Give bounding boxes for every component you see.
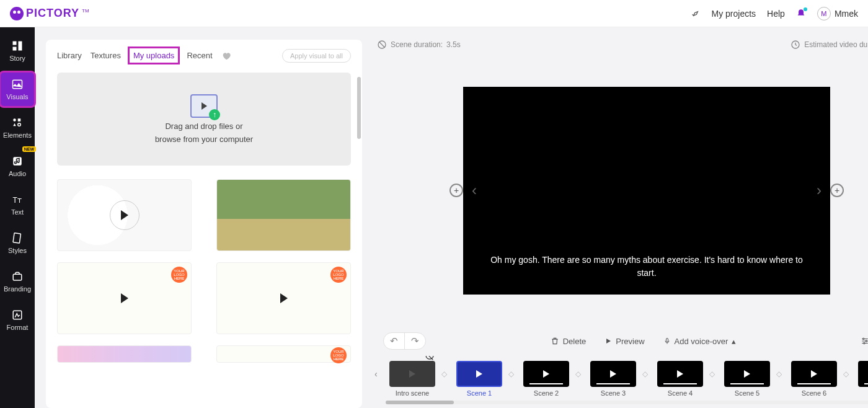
upload-thumbnail[interactable] <box>216 179 351 251</box>
prohibit-icon <box>377 40 387 50</box>
upload-thumbnail[interactable] <box>57 179 192 251</box>
logo[interactable]: PICTORY TM <box>10 7 89 20</box>
sidebar-item-text[interactable]: Tᴛ Text <box>0 187 35 222</box>
svg-point-4 <box>13 118 16 122</box>
sidebar-item-branding[interactable]: Branding <box>0 264 35 299</box>
upload-thumbnail[interactable]: YOUR LOGO HERE <box>216 345 351 363</box>
sidebar-item-story[interactable]: Story <box>0 33 35 68</box>
scene-item-6[interactable]: Scene 6 <box>791 361 837 397</box>
user-menu[interactable]: M Mmek <box>817 7 858 20</box>
elements-icon <box>11 117 24 129</box>
visuals-tabs: Library Textures My uploads Recent Apply… <box>46 48 362 69</box>
format-icon <box>11 309 24 321</box>
scene-label: Intro scene <box>396 389 429 397</box>
transition-icon[interactable]: ◇ <box>642 370 651 378</box>
scene-thumbnail <box>657 361 703 387</box>
upload-text-2: browse from your computer <box>155 135 253 144</box>
header-right: My projects Help M Mmek <box>691 7 859 20</box>
chevron-left-icon[interactable]: ‹ <box>466 175 483 205</box>
timeline-prev-button[interactable]: ‹ <box>374 369 383 379</box>
logo-badge: YOUR LOGO HERE <box>330 267 347 283</box>
scene-thumbnail <box>456 361 502 387</box>
sidebar-item-label: Branding <box>4 285 31 293</box>
transition-icon[interactable]: ◇ <box>843 370 852 378</box>
new-badge: NEW <box>22 146 36 152</box>
est-duration-label: Estimated video duration: <box>804 40 868 49</box>
redo-button[interactable]: ↷ <box>405 333 425 349</box>
sidebar-item-audio[interactable]: NEW Audio <box>0 149 35 184</box>
tab-textures[interactable]: Textures <box>91 51 121 60</box>
sidebar-item-visuals[interactable]: Visuals <box>0 72 35 107</box>
scrollbar[interactable] <box>357 77 361 139</box>
scene-duration-value: 3.5s <box>446 40 461 49</box>
scene-item-2[interactable]: Scene 2 <box>523 361 569 397</box>
svg-rect-14 <box>666 339 668 342</box>
nav-help[interactable]: Help <box>767 9 785 19</box>
voice-over-button[interactable]: Add voice-over ▴ <box>663 337 737 346</box>
scene-label: Scene 3 <box>601 389 626 397</box>
svg-text:Tᴛ: Tᴛ <box>13 196 22 205</box>
logo-badge: YOUR LOGO HERE <box>171 267 187 283</box>
sidebar-item-label: Format <box>7 324 29 331</box>
scene-item-5[interactable]: Scene 5 <box>724 361 770 397</box>
preview-panel: Scene duration: 3.5s Estimated video dur… <box>374 40 868 408</box>
upload-thumbnail[interactable] <box>57 345 192 363</box>
svg-rect-3 <box>13 80 22 89</box>
favorites-icon[interactable] <box>221 51 231 61</box>
scene-item-4[interactable]: Scene 4 <box>657 361 703 397</box>
chevron-up-icon: ▴ <box>732 337 736 346</box>
scene-item-3[interactable]: Scene 3 <box>590 361 636 397</box>
tab-library[interactable]: Library <box>57 51 82 60</box>
chevron-right-icon[interactable]: › <box>810 175 828 205</box>
upload-dropzone[interactable]: ↑ Drag and drop files or browse from you… <box>57 73 351 166</box>
delete-button[interactable]: Delete <box>551 337 587 346</box>
timeline-scrollbar-thumb[interactable] <box>386 401 454 404</box>
apply-visual-all-button[interactable]: Apply visual to all <box>282 49 351 63</box>
svg-point-6 <box>18 123 21 126</box>
tab-my-uploads[interactable]: My uploads <box>130 48 178 63</box>
preview-area: + ‹ › Oh my gosh. There are so many myth… <box>374 55 868 326</box>
transition-icon[interactable]: ◇ <box>441 370 450 378</box>
timeline-scrollbar-track <box>386 401 868 404</box>
sidebar-item-format[interactable]: Format <box>0 303 35 337</box>
preview-button[interactable]: Preview <box>604 337 644 346</box>
scene-label: Scene 2 <box>534 389 559 397</box>
transition-icon[interactable]: ◇ <box>508 370 517 378</box>
app-header: PICTORY TM My projects Help M Mmek <box>0 0 868 27</box>
eye-off-icon[interactable] <box>425 356 434 361</box>
svg-rect-0 <box>13 42 17 45</box>
svg-rect-1 <box>19 42 22 51</box>
scene-item-1[interactable]: Scene 1 <box>456 361 502 397</box>
svg-rect-2 <box>13 47 17 51</box>
add-scene-after-button[interactable]: + <box>830 184 844 197</box>
undo-redo-group: ↶ ↷ <box>383 332 426 350</box>
transition-icon[interactable]: ◇ <box>776 370 785 378</box>
transition-icon[interactable]: ◇ <box>575 370 584 378</box>
tab-recent[interactable]: Recent <box>187 51 212 60</box>
sidebar: Story Visuals Elements NEW Audio Tᴛ Tex <box>0 27 35 408</box>
scene-item-7[interactable]: Scene 7 <box>858 361 868 397</box>
clock-icon <box>790 40 800 50</box>
sidebar-item-styles[interactable]: Styles <box>0 226 35 260</box>
scene-thumbnail <box>389 361 435 387</box>
sidebar-item-elements[interactable]: Elements <box>0 110 35 145</box>
upload-thumbnail[interactable]: YOUR LOGO HERE <box>57 262 192 334</box>
rocket-icon[interactable] <box>691 9 701 19</box>
svg-rect-5 <box>18 118 21 122</box>
undo-button[interactable]: ↶ <box>384 333 405 349</box>
nav-my-projects[interactable]: My projects <box>712 9 756 19</box>
sidebar-item-label: Audio <box>9 170 26 177</box>
timeline: ‹ Intro scene ◇ Scene 1 ◇ Scene 2 <box>374 356 868 408</box>
upload-thumbnail[interactable]: YOUR LOGO HERE <box>216 262 351 334</box>
transition-icon[interactable]: ◇ <box>709 370 718 378</box>
scene-item-intro[interactable]: Intro scene <box>389 361 435 397</box>
settings-button[interactable]: Settings ▴ <box>861 337 868 346</box>
uploads-grid: YOUR LOGO HERE YOUR LOGO HERE YOUR LOGO … <box>46 166 362 368</box>
add-scene-before-button[interactable]: + <box>450 184 463 197</box>
logo-badge: YOUR LOGO HERE <box>330 347 347 363</box>
scene-label: Scene 4 <box>668 389 693 397</box>
visuals-panel: Library Textures My uploads Recent Apply… <box>46 40 362 408</box>
video-frame[interactable]: ‹ › Oh my gosh. There are so many myths … <box>463 87 830 295</box>
bell-icon[interactable] <box>796 9 806 19</box>
scene-label: Scene 5 <box>735 389 760 397</box>
